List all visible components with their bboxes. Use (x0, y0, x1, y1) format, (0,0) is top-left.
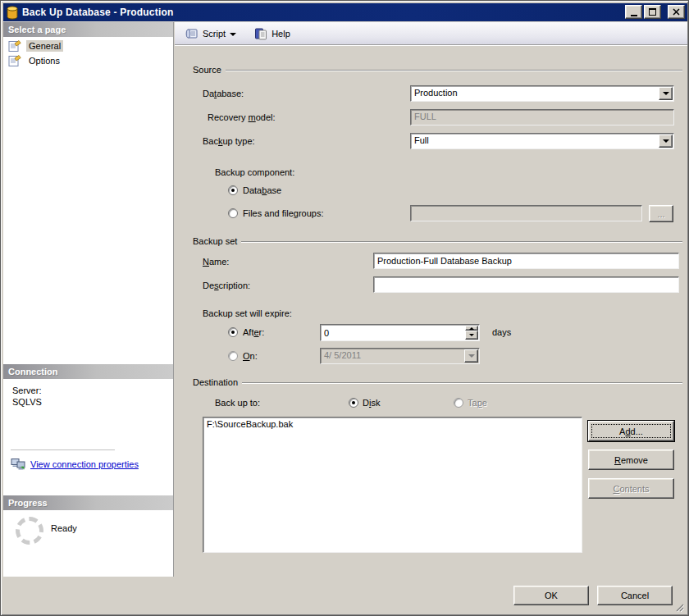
backup-type-combobox-value: Full (411, 134, 673, 147)
files-filegroups-input (410, 205, 642, 221)
window-title: Back Up Database - Production (22, 7, 174, 18)
recovery-model-value: FULL (411, 110, 673, 123)
server-name: SQLVS (12, 397, 42, 407)
days-label: days (492, 327, 511, 337)
backup-set-group: Backup set (193, 236, 682, 246)
combobox-arrow-button[interactable] (659, 135, 673, 148)
close-icon (673, 8, 680, 16)
database-icon (7, 6, 18, 20)
connection-properties-icon (11, 458, 26, 471)
spinner-down-button[interactable] (465, 331, 478, 340)
disk-radio[interactable] (349, 398, 358, 408)
expire-on-radio-label[interactable]: On: (243, 351, 258, 361)
list-item[interactable]: F:\SourceBackup.bak (203, 418, 582, 431)
disk-radio-label[interactable]: Disk (363, 398, 380, 408)
backup-type-label: Backup type: (203, 136, 255, 146)
progress-status: Ready (51, 523, 77, 533)
divider (11, 449, 115, 450)
maximize-button[interactable] (644, 5, 661, 19)
files-filegroups-radio[interactable] (228, 208, 238, 218)
minimize-icon (631, 15, 637, 16)
expire-label: Backup set will expire: (203, 308, 292, 318)
backup-database-dialog: Back Up Database - Production Select a p… (0, 0, 689, 616)
files-filegroups-radio-label[interactable]: Files and filegroups: (243, 208, 323, 218)
script-button[interactable]: Script (181, 25, 240, 43)
select-a-page-header: Select a page (3, 22, 173, 37)
database-radio-label[interactable]: Database (243, 185, 281, 195)
chevron-down-icon (663, 139, 669, 146)
sidebar-item-label: Options (26, 55, 62, 66)
server-label: Server: (12, 386, 41, 395)
sidebar-item-general[interactable]: General (3, 39, 173, 53)
combobox-arrow-button (464, 349, 478, 363)
minimize-button[interactable] (625, 5, 642, 19)
database-combobox[interactable]: Production (410, 85, 674, 102)
sidebar-item-options[interactable]: Options (3, 53, 173, 68)
expire-after-spinner[interactable] (320, 324, 480, 341)
sidebar: Select a page General (3, 22, 174, 577)
connection-header: Connection (3, 364, 173, 379)
expire-on-date-picker: 4/ 5/2011 (320, 348, 480, 364)
backup-set-group-label: Backup set (193, 236, 237, 246)
group-separator-line (226, 70, 682, 71)
view-connection-properties-link[interactable]: View connection properties (30, 459, 139, 469)
chevron-down-icon (663, 92, 669, 98)
database-radio[interactable] (228, 185, 238, 195)
name-input[interactable] (373, 253, 679, 269)
progress-spinner-icon (16, 517, 43, 545)
cancel-button[interactable]: Cancel (597, 586, 673, 605)
script-scroll-icon (185, 27, 198, 40)
backup-component-label: Backup component: (215, 167, 294, 177)
tape-radio (454, 398, 463, 408)
database-label: Database: (203, 89, 244, 98)
expire-after-value[interactable] (322, 326, 464, 340)
resize-grip[interactable] (673, 601, 685, 613)
recovery-model-label: Recovery model: (208, 112, 276, 122)
help-button[interactable]: Help (251, 25, 294, 43)
progress-header: Progress (3, 495, 173, 510)
remove-button[interactable]: Remove (588, 449, 674, 470)
expire-after-radio-label[interactable]: After: (243, 327, 264, 337)
expire-on-radio[interactable] (228, 351, 238, 361)
group-separator-line (242, 382, 682, 384)
destination-file-list[interactable]: F:\SourceBackup.bak (203, 417, 582, 553)
source-group: Source (193, 65, 682, 75)
destination-group: Destination (193, 377, 682, 387)
back-up-to-label: Back up to: (215, 398, 260, 408)
main-panel: Script Help Source Database: Production (175, 22, 687, 577)
source-group-label: Source (193, 65, 221, 75)
maximize-icon (649, 8, 656, 16)
help-book-icon (254, 27, 267, 40)
toolbar: Script Help (175, 22, 687, 45)
property-page-icon (8, 39, 21, 52)
group-separator-line (241, 241, 682, 243)
titlebar[interactable]: Back Up Database - Production (3, 3, 687, 21)
description-input[interactable] (373, 276, 679, 293)
contents-button: Contents (588, 478, 674, 499)
ok-button[interactable]: OK (513, 586, 589, 605)
description-label: Description: (203, 281, 250, 290)
chevron-down-icon (469, 334, 474, 339)
script-button-label: Script (203, 29, 226, 39)
add-button[interactable]: Add... (588, 421, 674, 441)
chevron-down-icon (468, 354, 475, 361)
page-list: General Options (3, 39, 173, 68)
recovery-model-field: FULL (410, 109, 674, 125)
chevron-down-icon (230, 33, 236, 39)
close-button[interactable] (668, 5, 685, 19)
backup-type-combobox[interactable]: Full (410, 133, 674, 149)
database-combobox-value: Production (411, 86, 673, 99)
destination-group-label: Destination (193, 377, 238, 387)
name-label: Name: (203, 257, 229, 267)
browse-button: ... (649, 205, 673, 222)
expire-on-date-value: 4/ 5/2011 (321, 349, 479, 362)
expire-after-radio[interactable] (228, 327, 238, 337)
sidebar-item-label: General (26, 40, 63, 52)
help-button-label: Help (271, 29, 290, 39)
property-page-icon (8, 54, 21, 67)
chevron-up-icon (469, 325, 474, 330)
tape-radio-label: Tape (468, 398, 487, 408)
combobox-arrow-button[interactable] (659, 87, 673, 100)
